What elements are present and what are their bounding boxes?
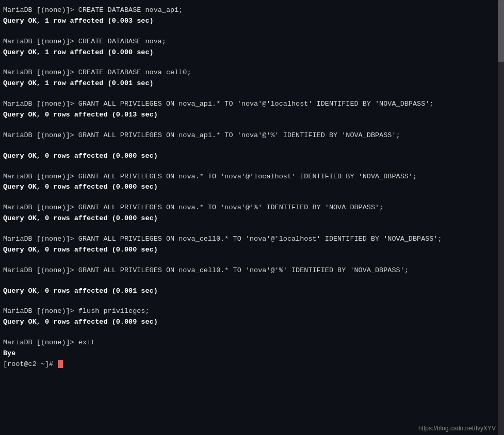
terminal-line: [3, 27, 496, 37]
terminal-line: Query OK, 0 rows affected (0.009 sec): [3, 317, 496, 328]
terminal-line: MariaDB [(none)]> GRANT ALL PRIVILEGES O…: [3, 130, 496, 141]
terminal-line: [3, 224, 496, 234]
terminal-line: MariaDB [(none)]> GRANT ALL PRIVILEGES O…: [3, 99, 496, 110]
terminal-line: Query OK, 0 rows affected (0.000 sec): [3, 151, 496, 162]
terminal-line: MariaDB [(none)]> flush privileges;: [3, 306, 496, 317]
terminal-line: [3, 121, 496, 130]
terminal-line: [root@c2 ~]#: [3, 359, 496, 370]
terminal-cursor: [58, 360, 63, 368]
terminal-line: MariaDB [(none)]> CREATE DATABASE nova_c…: [3, 68, 496, 78]
terminal-line: Query OK, 0 rows affected (0.000 sec): [3, 213, 496, 224]
terminal-content: MariaDB [(none)]> CREATE DATABASE nova_a…: [3, 5, 496, 428]
terminal-line: Query OK, 1 row affected (0.000 sec): [3, 47, 496, 58]
terminal-line: [3, 58, 496, 68]
terminal-line: MariaDB [(none)]> GRANT ALL PRIVILEGES O…: [3, 172, 496, 182]
terminal-window: MariaDB [(none)]> CREATE DATABASE nova_a…: [0, 0, 504, 435]
terminal-line: [3, 297, 496, 307]
terminal-line: Bye: [3, 348, 496, 359]
terminal-line: [3, 193, 496, 203]
watermark: https://blog.csdn.net/IvyXYV: [418, 425, 496, 432]
terminal-line: MariaDB [(none)]> GRANT ALL PRIVILEGES O…: [3, 265, 496, 276]
scrollbar[interactable]: [498, 0, 504, 435]
terminal-line: Query OK, 0 rows affected (0.000 sec): [3, 245, 496, 256]
scrollbar-thumb[interactable]: [498, 0, 504, 62]
terminal-line: Query OK, 0 rows affected (0.013 sec): [3, 110, 496, 121]
terminal-line: [3, 141, 496, 151]
terminal-line: Query OK, 1 row affected (0.003 sec): [3, 16, 496, 27]
terminal-line: MariaDB [(none)]> CREATE DATABASE nova;: [3, 37, 496, 47]
terminal-line: [3, 256, 496, 265]
terminal-line: MariaDB [(none)]> CREATE DATABASE nova_a…: [3, 5, 496, 16]
terminal-line: [3, 276, 496, 286]
terminal-line: Query OK, 0 rows affected (0.000 sec): [3, 182, 496, 193]
terminal-line: [3, 89, 496, 99]
terminal-line: [3, 328, 496, 338]
terminal-line: Query OK, 1 row affected (0.001 sec): [3, 78, 496, 89]
terminal-line: [3, 162, 496, 172]
terminal-line: MariaDB [(none)]> GRANT ALL PRIVILEGES O…: [3, 234, 496, 245]
terminal-line: MariaDB [(none)]> exit: [3, 338, 496, 348]
terminal-line: Query OK, 0 rows affected (0.001 sec): [3, 286, 496, 297]
terminal-line: MariaDB [(none)]> GRANT ALL PRIVILEGES O…: [3, 203, 496, 213]
